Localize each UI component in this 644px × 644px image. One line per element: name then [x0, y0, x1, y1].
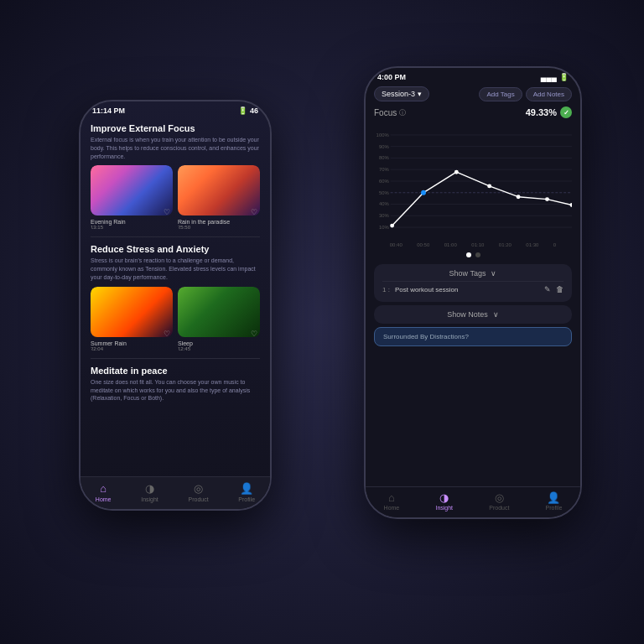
media-label-evening: Evening Rain	[91, 219, 126, 225]
profile-icon-left: 👤	[240, 482, 253, 495]
thumb-summer	[91, 287, 173, 337]
check-badge: ✓	[560, 106, 572, 118]
chart-svg: 100% 90% 80% 70% 60% 50% 40% 30% 10%	[374, 122, 572, 239]
media-info-sleep: Sleep 12:45 ♡	[178, 337, 260, 353]
edit-icon[interactable]: ✎	[544, 285, 551, 293]
chart-title: Focus	[374, 108, 397, 117]
tag-num: 1 :	[382, 286, 390, 293]
profile-icon-right: 👤	[547, 491, 560, 504]
notes-section: Show Notes ∨	[374, 305, 572, 324]
time-left: 11:14 PM	[92, 106, 125, 115]
signal-icon: ▄▄▄	[541, 73, 557, 81]
svg-text:50%: 50%	[379, 190, 390, 195]
chart-header: Focus ⓘ 49.33% ✓	[374, 106, 572, 118]
nav-insight-left[interactable]: ◑ Insight	[141, 482, 158, 502]
svg-text:70%: 70%	[379, 167, 390, 172]
media-duration-summer: 22:04	[91, 346, 127, 351]
nav-product-right[interactable]: ◎ Product	[489, 491, 509, 511]
nav-insight-label-right: Insight	[435, 505, 453, 511]
status-icons-left: 🔋 46	[238, 106, 258, 115]
media-card-sleep[interactable]: Sleep 12:45 ♡	[178, 287, 260, 353]
media-card-summer[interactable]: Summer Rain 22:04 ♡	[91, 287, 173, 353]
phone-right: 4:00 PM ▄▄▄ 🔋 Session-3 ▾ Add Tags Add N…	[364, 66, 582, 519]
info-icon: ⓘ	[399, 108, 406, 117]
tags-header[interactable]: Show Tags ∨	[382, 269, 564, 278]
nav-product-label-right: Product	[489, 505, 509, 511]
dot-1	[466, 252, 471, 257]
home-icon-right: ⌂	[388, 491, 395, 504]
add-notes-button[interactable]: Add Notes	[526, 87, 572, 101]
x-label-4: 01:20	[499, 242, 512, 247]
divider-2	[91, 358, 260, 359]
insight-icon-left: ◑	[145, 482, 154, 495]
nav-bar-left: ⌂ Home ◑ Insight ◎ Product 👤 Profile	[80, 476, 270, 509]
svg-point-24	[570, 203, 572, 207]
media-info-rain: Rain in the paradise 25:50 ♡	[178, 216, 260, 231]
nav-home-left[interactable]: ⌂ Home	[96, 482, 112, 502]
tags-chevron-icon: ∨	[491, 269, 496, 278]
tag-text: Post workout session	[395, 286, 459, 293]
battery-icon: 🔋	[238, 106, 247, 115]
nav-product-left[interactable]: ◎ Product	[188, 482, 208, 502]
nav-insight-label-left: Insight	[141, 496, 158, 502]
media-card-rain[interactable]: Rain in the paradise 25:50 ♡	[178, 165, 260, 231]
nav-insight-right[interactable]: ◑ Insight	[435, 491, 453, 511]
svg-text:80%: 80%	[379, 155, 390, 160]
heart-icon-rain[interactable]: ♡	[251, 208, 257, 216]
heart-icon-sleep[interactable]: ♡	[251, 330, 257, 338]
product-icon-right: ◎	[495, 491, 504, 504]
session-selector[interactable]: Session-3 ▾	[374, 86, 429, 101]
svg-text:60%: 60%	[379, 179, 390, 184]
nav-home-right[interactable]: ⌂ Home	[384, 491, 400, 511]
scroll-content: Improve External Focus External focus is…	[80, 117, 270, 445]
nav-profile-left[interactable]: 👤 Profile	[238, 482, 255, 502]
dot-2	[475, 252, 480, 257]
nav-home-label-right: Home	[384, 505, 400, 511]
phone-left: 11:14 PM 🔋 46 Improve External Focus Ext…	[79, 100, 272, 511]
add-tags-button[interactable]: Add Tags	[479, 87, 522, 101]
media-info-summer: Summer Rain 22:04 ♡	[91, 337, 173, 353]
notes-chevron-icon: ∨	[493, 310, 499, 319]
nav-bar-right: ⌂ Home ◑ Insight ◎ Product 👤 Profile	[366, 486, 580, 517]
section-title-stress: Reduce Stress and Anxiety	[91, 244, 260, 254]
svg-text:10%: 10%	[379, 225, 390, 230]
delete-icon[interactable]: 🗑	[556, 285, 564, 293]
x-label-0: 00:40	[390, 242, 402, 247]
section-desc-stress: Stress is our brain's reaction to a chal…	[91, 257, 260, 281]
svg-text:100%: 100%	[377, 132, 390, 138]
svg-point-19	[421, 190, 426, 195]
svg-text:30%: 30%	[379, 213, 390, 218]
chart-area: 100% 90% 80% 70% 60% 50% 40% 30% 10%	[374, 122, 572, 239]
x-label-6: 0	[553, 242, 556, 247]
heart-icon-summer[interactable]: ♡	[164, 330, 170, 338]
media-info-evening: Evening Rain 13:15 ♡	[91, 216, 173, 231]
thumb-sleep	[178, 287, 260, 337]
product-icon-left: ◎	[194, 482, 203, 495]
svg-point-20	[454, 170, 459, 174]
note-input[interactable]: Surrounded By Distractions?	[374, 327, 572, 346]
media-duration-sleep: 12:45	[178, 346, 193, 351]
svg-text:90%: 90%	[379, 144, 390, 149]
status-bar-right: 4:00 PM ▄▄▄ 🔋	[366, 68, 580, 83]
media-label-rain: Rain in the paradise	[178, 219, 230, 225]
media-card-evening[interactable]: Evening Rain 13:15 ♡	[91, 165, 173, 231]
chart-percentage: 49.33%	[526, 107, 557, 117]
x-label-1: 00:50	[417, 242, 429, 247]
svg-text:40%: 40%	[379, 201, 390, 206]
session-label: Session-3	[382, 90, 415, 98]
nav-profile-right[interactable]: 👤 Profile	[546, 491, 563, 511]
section-desc-peace: One size does not fit all. You can choos…	[91, 378, 260, 402]
nav-profile-label-left: Profile	[238, 496, 255, 502]
section-desc-focus: External focus is when you train your at…	[91, 136, 260, 160]
svg-point-18	[390, 224, 394, 228]
home-icon-left: ⌂	[100, 482, 106, 495]
right-header: Session-3 ▾ Add Tags Add Notes	[366, 83, 580, 106]
tags-section: Show Tags ∨ 1 : Post workout session ✎ 🗑	[374, 264, 572, 302]
x-label-3: 01:10	[471, 242, 484, 247]
right-screen: 4:00 PM ▄▄▄ 🔋 Session-3 ▾ Add Tags Add N…	[366, 68, 580, 517]
x-labels: 00:40 00:50 01:00 01:10 01:20 01:30 0	[374, 242, 572, 247]
media-label-summer: Summer Rain	[91, 340, 127, 346]
notes-header[interactable]: Show Notes ∨	[382, 310, 564, 319]
heart-icon-evening[interactable]: ♡	[164, 208, 170, 216]
tag-actions: ✎ 🗑	[544, 285, 564, 293]
